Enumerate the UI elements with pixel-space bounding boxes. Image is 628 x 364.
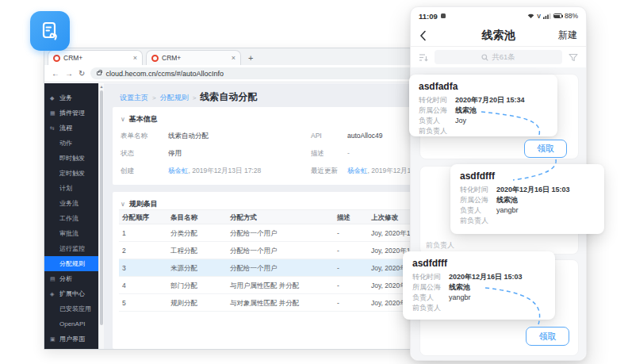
lead-card[interactable]: asdfdfff 转化时间2020年12月16日 15:03 所属公海线索池 负…	[450, 164, 604, 234]
sidebar-item-actions[interactable]: 动作	[44, 136, 98, 151]
sidebar-item-allocation-rules[interactable]: 分配规则	[44, 256, 98, 271]
cell-entry-name-link[interactable]: 规则分配	[170, 294, 197, 312]
claim-button[interactable]: 领取	[524, 140, 567, 158]
address-bar[interactable]: cloud.hecom.cn/ccms/#/autoAllocInfo	[90, 67, 432, 79]
back-icon[interactable]: ←	[52, 70, 59, 78]
search-input[interactable]: 共61条	[435, 50, 562, 64]
sidebar-item-plugin-management[interactable]: ▦插件管理	[44, 105, 98, 121]
sidebar-item-run-monitor[interactable]: 运行监控	[44, 241, 98, 256]
volte-icon: V	[537, 13, 541, 19]
value-convert-time: 2020年7月20日 15:34	[455, 95, 525, 105]
tab-close-icon[interactable]: ×	[232, 55, 236, 62]
value-pool: 线索池	[455, 105, 477, 116]
label-convert-time: 转化时间	[412, 272, 449, 282]
table-row[interactable]: 4 部门分配 与用户属性匹配 并分配 - Joy, 2020年12月	[119, 277, 439, 294]
crm-favicon	[151, 55, 159, 62]
create-new-button[interactable]: 新建	[558, 29, 577, 42]
sidebar-item-approval-flow[interactable]: 审批流	[44, 226, 98, 241]
label-prev-owner: 前负责人	[460, 216, 496, 226]
url-text: cloud.hecom.cn/ccms/#/autoAllocInfo	[105, 70, 224, 78]
sidebar-item-business[interactable]: ◆业务	[44, 90, 98, 105]
sidebar-scrollbar[interactable]: ▲	[98, 83, 104, 349]
breadcrumb-settings-home[interactable]: 设置主页	[120, 93, 148, 103]
table-header-row: 分配顺序 条目名称 分配方式 描述 上次修改	[119, 209, 439, 224]
main-content: 设置主页 > 分配规则 > 线索自动分配 ∨基本信息 表单名称 线索自动分配 A…	[104, 83, 439, 349]
filter-icon[interactable]	[569, 53, 578, 62]
forward-icon[interactable]: →	[65, 70, 73, 78]
breadcrumb-allocation-rules[interactable]: 分配规则	[160, 93, 189, 103]
crm-web-app: ◆业务 ▦插件管理 ⇆流程 动作 即时触发 定时触发 计划 业务流 工作流 审批…	[44, 83, 439, 349]
plugins-icon: ▦	[50, 105, 57, 121]
table-row[interactable]: 2 工程分配 分配给一个用户 - Joy, 2020年12月	[119, 242, 439, 259]
scrollbar-thumb[interactable]	[100, 90, 103, 325]
phone-toolbar: 共61条	[411, 47, 586, 67]
collapse-chevron-icon[interactable]: ∨	[121, 116, 125, 123]
sidebar-item-plan[interactable]: 计划	[44, 181, 98, 196]
label-pool: 所属公海	[460, 195, 496, 205]
browser-tab-active[interactable]: CRM+ ×	[48, 50, 143, 65]
tab-close-icon[interactable]: ×	[133, 55, 137, 62]
sidebar-label: 扩展中心	[59, 290, 85, 297]
table-row[interactable]: 1 分类分配 分配给一个用户 - Joy, 2020年12月24日 11:	[119, 224, 439, 242]
collapse-chevron-icon[interactable]: ∨	[121, 201, 125, 208]
sidebar-label: 流程	[59, 125, 72, 132]
field-label-status: 状态	[121, 149, 134, 159]
sidebar-item-instant-trigger[interactable]: 即时触发	[44, 151, 98, 166]
cell-order: 3	[122, 259, 126, 277]
table-row-highlighted[interactable]: 3 来源分配 分配给一个用户 - Joy, 2020年12月	[119, 259, 439, 277]
field-value-created: 杨金虹, 2019年12月13日 17:28	[168, 167, 261, 176]
browser-tab-inactive[interactable]: CRM+ ×	[146, 50, 241, 65]
sidebar: ◆业务 ▦插件管理 ⇆流程 动作 即时触发 定时触发 计划 业务流 工作流 审批…	[44, 83, 98, 349]
sidebar-item-user-interface[interactable]: ▣用户界面	[44, 331, 98, 347]
cell-method: 与对象属性匹配 并分配	[230, 294, 299, 312]
phone-back-icon[interactable]	[419, 30, 427, 41]
field-label-updated: 最近更新	[311, 167, 338, 176]
cell-entry-name-link[interactable]: 分类分配	[170, 224, 197, 242]
value-owner: yangbr	[496, 205, 519, 216]
cell-entry-name-link[interactable]: 工程分配	[170, 242, 197, 259]
lead-card[interactable]: asdfadfa 转化时间2020年7月20日 15:34 所属公海线索池 负责…	[409, 75, 557, 136]
cell-method: 分配给一个用户	[230, 224, 278, 242]
sidebar-item-process[interactable]: ⇆流程	[44, 121, 98, 136]
cell-order: 4	[122, 277, 126, 294]
extension-icon: ◈	[50, 286, 57, 301]
sidebar-item-extension-center[interactable]: ◈扩展中心	[44, 286, 98, 301]
cell-description: -	[337, 224, 339, 242]
cell-entry-name-link[interactable]: 来源分配	[170, 259, 197, 277]
sidebar-item-business-flow[interactable]: 业务流	[44, 196, 98, 211]
updater-link[interactable]: 杨金虹	[347, 167, 368, 174]
new-tab-icon[interactable]: +	[248, 53, 253, 63]
reload-icon[interactable]: ↻	[78, 70, 85, 78]
breadcrumb-sep-icon: >	[152, 94, 156, 102]
label-prev-owner: 前负责人	[412, 303, 449, 313]
sidebar-label: 业务流	[59, 200, 78, 207]
tab-label: CRM+	[162, 54, 181, 62]
col-header-last-modified: 上次修改	[371, 210, 398, 225]
sort-icon[interactable]	[419, 53, 428, 62]
table-row[interactable]: 5 规则分配 与对象属性匹配 并分配 - Joy, 2020年12月	[119, 294, 439, 312]
cell-description: -	[337, 277, 339, 294]
sidebar-item-timed-trigger[interactable]: 定时触发	[44, 166, 98, 181]
cell-entry-name-link[interactable]: 部门分配	[170, 277, 197, 294]
lead-card[interactable]: asdfdfff 转化时间2020年12月16日 15:03 所属公海线索池 负…	[403, 251, 555, 320]
sidebar-item-installed-apps[interactable]: 已安装应用	[44, 301, 98, 316]
sidebar-item-analysis[interactable]: ▤分析	[44, 271, 98, 286]
phone-nav-bar: 线索池 新建	[411, 25, 586, 47]
sidebar-label: OpenAPI	[59, 320, 85, 328]
rule-entries-card: ∨规则条目 分配顺序 条目名称 分配方式 描述 上次修改 1 分类分配 分配给一…	[113, 192, 439, 349]
label-convert-time: 转化时间	[419, 95, 455, 105]
battery-icon	[553, 13, 562, 18]
label-owner: 负责人	[460, 205, 496, 216]
field-value-api: autoAlloc49	[347, 132, 382, 140]
search-icon	[481, 54, 488, 61]
sidebar-label: 计划	[59, 185, 72, 192]
label-pool: 所属公海	[412, 282, 449, 293]
sidebar-label: 运行监控	[59, 245, 85, 252]
claim-button[interactable]: 领取	[526, 327, 569, 346]
sidebar-item-openapi[interactable]: OpenAPI	[44, 316, 98, 331]
creator-link[interactable]: 杨金虹	[168, 167, 189, 174]
status-time: 11:09	[419, 12, 438, 21]
sidebar-item-workflow[interactable]: 工作流	[44, 211, 98, 226]
value-convert-time: 2020年12月16日 15:03	[449, 272, 523, 282]
sidebar-label: 定时触发	[59, 170, 85, 177]
